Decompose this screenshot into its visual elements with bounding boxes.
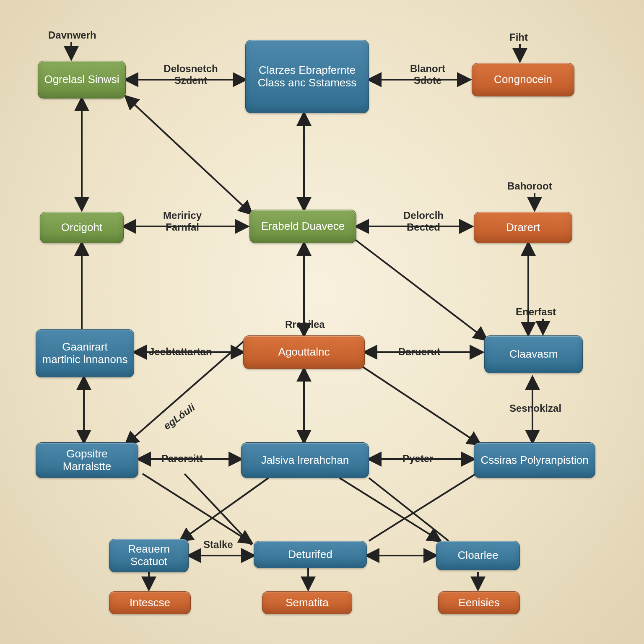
label-davnwerh: Davnwerh — [48, 29, 96, 41]
node-text: Clarzes Ebrapfernte Class anc Sstamess — [252, 64, 363, 89]
node-reauern: Reauern Scatuot — [109, 539, 189, 572]
label-stalke: Stalke — [203, 539, 233, 551]
svg-line-24 — [356, 363, 480, 444]
diagram-canvas: Ogrelasl Sinwsi Clarzes Ebrapfernte Clas… — [0, 0, 644, 644]
node-agouttalnc: Agouttalnc — [243, 335, 365, 369]
label-bahoroot: Bahoroot — [507, 180, 552, 192]
node-cloarlee: Cloarlee — [436, 541, 520, 570]
label-blanort: Blanort Sdote — [398, 63, 457, 86]
svg-line-29 — [369, 478, 449, 541]
node-orcigoht: Orcigoht — [40, 212, 124, 243]
node-text: Jalsiva lrerahchan — [261, 454, 349, 467]
node-text: Orcigoht — [61, 221, 102, 234]
label-fiht: Fiht — [509, 31, 528, 43]
label-parorsitt: Parorsitt — [161, 453, 203, 465]
label-rrenilea: Rrenilea — [285, 319, 325, 330]
label-eglouli: egLóuli — [161, 402, 197, 432]
svg-line-30 — [369, 474, 476, 541]
node-text: Eenisies — [458, 597, 499, 609]
node-gopsitre: Gopsitre Marralstte — [36, 442, 138, 478]
node-text: Agouttalnc — [278, 346, 330, 358]
node-claavasm: Claavasm — [484, 335, 583, 373]
label-daruerut: Daruerut — [398, 346, 440, 358]
node-text: Congnocein — [494, 73, 552, 86]
node-text: Erabeld Duavece — [261, 220, 345, 233]
node-text: Cloarlee — [458, 549, 499, 562]
node-text: Reauern Scatuot — [115, 543, 182, 568]
node-drarert: Drarert — [474, 212, 572, 243]
label-meriricy: Meriricy Farnfal — [149, 210, 216, 233]
node-eenisies: Eenisies — [438, 591, 520, 614]
node-text: Intescse — [130, 597, 170, 609]
node-erabeld: Erabeld Duavece — [249, 210, 356, 243]
svg-line-21 — [126, 96, 252, 214]
node-gaanirart: Gaanirart martlnic lnnanons — [36, 329, 134, 377]
svg-line-25 — [143, 474, 252, 543]
label-delorclh: Delorclh Bected — [392, 210, 455, 233]
node-jalsiva: Jalsiva lrerahchan — [241, 442, 369, 478]
node-text: Drarert — [506, 221, 540, 234]
label-enerfast: Enerfast — [516, 306, 556, 318]
node-deturifed: Deturifed — [254, 541, 367, 568]
node-text: Claavasm — [509, 348, 558, 361]
node-ogrelasl: Ogrelasl Sinwsi — [38, 61, 126, 99]
svg-line-23 — [354, 239, 486, 340]
label-pyeter: Pyeter — [402, 453, 433, 465]
node-text: Cssiras Polyranpistion — [480, 454, 588, 467]
node-intescse: Intescse — [109, 591, 191, 614]
node-cssiras: Cssiras Polyranpistion — [474, 442, 595, 478]
svg-line-26 — [184, 474, 252, 545]
node-text: Gaanirart martlnic lnnanons — [42, 341, 128, 366]
node-sematita: Sematita — [262, 591, 352, 614]
svg-line-28 — [340, 478, 440, 541]
node-text: Gopsitre Marralstte — [42, 448, 132, 473]
svg-line-27 — [180, 478, 268, 541]
node-text: Sematita — [286, 597, 329, 609]
node-text: Deturifed — [288, 548, 332, 561]
node-clarzes: Clarzes Ebrapfernte Class anc Sstamess — [245, 40, 369, 113]
label-jeebtattan: Jeebtattartan — [149, 346, 212, 358]
label-sesnoklza: Sesnoklzal — [509, 402, 561, 414]
node-congnocein: Congnocein — [472, 63, 574, 96]
label-delosench: Delosnetch Szdent — [155, 63, 226, 86]
node-text: Ogrelasl Sinwsi — [44, 73, 119, 86]
